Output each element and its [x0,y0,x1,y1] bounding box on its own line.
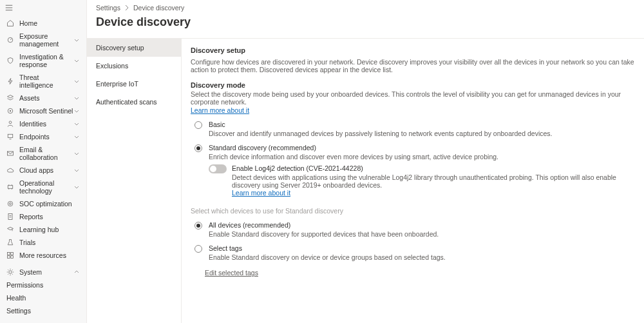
nav-subitem-label: Permissions [6,281,80,289]
radio-select-tags-desc: Enable Standard discovery on device or d… [209,253,635,261]
nav-item-label: Microsoft Sentinel [19,107,73,115]
svg-point-14 [9,271,12,274]
hamburger-button[interactable] [0,0,86,17]
nav-item-label: Identities [19,120,73,128]
settings-panel: Discovery setup Configure how devices ar… [182,39,644,323]
learn-more-link[interactable]: Learn more about it [191,106,249,114]
toggle-log4j-desc: Detect devices with applications using t… [232,173,635,189]
grad-icon [6,226,14,233]
radio-standard[interactable] [194,144,202,152]
radio-basic-label: Basic [209,121,635,128]
chevron-down-icon [73,133,80,140]
nav-item-exposure-management[interactable]: Exposure management [0,30,86,50]
chevron-down-icon [73,108,80,114]
nav-item-label: More resources [19,251,80,259]
toggle-log4j-label: Enable Log4j2 detection (CVE-2021-44228) [232,164,635,172]
radio-basic[interactable] [194,121,202,129]
panel-description: Configure how devices are discovered in … [191,58,635,73]
nav-item-assets[interactable]: Assets [0,92,86,104]
svg-point-2 [10,110,11,112]
nav-item-more-resources[interactable]: More resources [0,249,86,262]
nav-item-soc-optimization[interactable]: SOC optimization [0,197,86,210]
radio-standard-desc: Enrich device information and discover e… [209,153,635,161]
nav-item-email-collaboration[interactable]: Email & collaboration [0,143,86,164]
nav-list: HomeExposure managementInvestigation & r… [0,17,86,279]
nav-item-endpoints[interactable]: Endpoints [0,130,86,143]
chevron-right-icon [124,4,129,12]
nav-subitem-label: Health [6,294,80,302]
nav-item-microsoft-sentinel[interactable]: Microsoft Sentinel [0,104,86,117]
breadcrumb-settings[interactable]: Settings [96,4,120,12]
svg-point-3 [9,121,12,124]
nav-item-threat-intelligence[interactable]: Threat intelligence [0,71,86,92]
breadcrumb-device-discovery[interactable]: Device discovery [133,4,184,12]
endpoint-icon [6,133,14,141]
trial-icon [6,239,14,246]
discovery-mode-heading: Discovery mode [191,81,635,89]
tab-exclusions[interactable]: Exclusions [87,57,181,75]
gear-icon [6,268,14,276]
nav-item-identities[interactable]: Identities [0,117,86,130]
svg-point-7 [8,201,13,206]
toggle-log4j[interactable] [209,164,227,173]
nav-item-label: SOC optimization [19,200,80,208]
layers-icon [6,94,14,102]
chevron-down-icon [73,95,80,101]
nav-item-label: Assets [19,94,73,102]
nav-item-system[interactable]: System [0,266,86,279]
chevron-down-icon [73,121,80,127]
ot-icon [6,183,14,191]
target-icon [6,200,14,208]
nav-item-learning-hub[interactable]: Learning hub [0,223,86,236]
report-icon [6,213,14,220]
tab-enterprise-iot[interactable]: Enterprise IoT [87,75,181,93]
breadcrumb: Settings Device discovery [87,0,644,13]
tab-discovery-setup[interactable]: Discovery setup [87,39,181,57]
nav-item-home[interactable]: Home [0,17,86,30]
radio-all-devices-desc: Enable Standard discovery for supported … [209,230,635,238]
tab-authenticated-scans[interactable]: Authenticated scans [87,93,181,111]
nav-subitem-settings[interactable]: Settings [0,304,86,317]
svg-rect-10 [8,253,10,255]
radio-select-tags-label: Select tags [209,244,635,252]
radio-all-devices[interactable] [194,222,202,230]
sentinel-icon [6,107,14,115]
svg-rect-6 [8,186,13,189]
edit-selected-tags-link[interactable]: Edit selected tags [205,269,258,277]
nav-item-label: Exposure management [19,32,73,48]
nav-item-label: Email & collaboration [19,146,73,161]
nav-item-operational-technology[interactable]: Operational technology [0,177,86,197]
chevron-down-icon [73,37,80,43]
nav-sublist: PermissionsHealthSettings [0,279,86,317]
svg-rect-13 [11,256,14,259]
nav-item-label: Endpoints [19,133,73,141]
grid-icon [6,251,14,259]
svg-rect-4 [8,134,13,137]
nav-item-trials[interactable]: Trials [0,236,86,249]
nav-subitem-permissions[interactable]: Permissions [0,279,86,291]
nav-item-cloud-apps[interactable]: Cloud apps [0,164,86,177]
nav-subitem-health[interactable]: Health [0,291,86,304]
radio-standard-label: Standard discovery (recommended) [209,144,635,152]
mail-icon [6,150,14,157]
toggle-log4j-learn-link[interactable]: Learn more about it [232,189,290,197]
nav-item-label: Learning hub [19,226,80,233]
page-title: Device discovery [87,13,644,38]
nav-item-label: Operational technology [19,179,73,195]
gauge-icon [6,36,14,44]
chevron-down-icon [73,150,80,157]
vertical-tabs: Discovery setup Exclusions Enterprise Io… [87,39,182,323]
chevron-down-icon [73,57,80,64]
hamburger-icon [5,4,13,12]
cloud-icon [6,166,14,174]
radio-select-tags[interactable] [194,245,202,253]
discovery-mode-desc: Select the discovery mode being used by … [191,90,635,106]
nav-item-label: Investigation & response [19,53,73,68]
nav-item-label: Home [19,19,80,27]
nav-item-investigation-response[interactable]: Investigation & response [0,50,86,71]
nav-item-label: Cloud apps [19,166,73,174]
nav-item-reports[interactable]: Reports [0,210,86,223]
discovery-mode-group: Basic Discover and identify unmanaged de… [191,121,635,197]
svg-rect-11 [11,253,14,255]
nav-item-label: Trials [19,239,80,246]
